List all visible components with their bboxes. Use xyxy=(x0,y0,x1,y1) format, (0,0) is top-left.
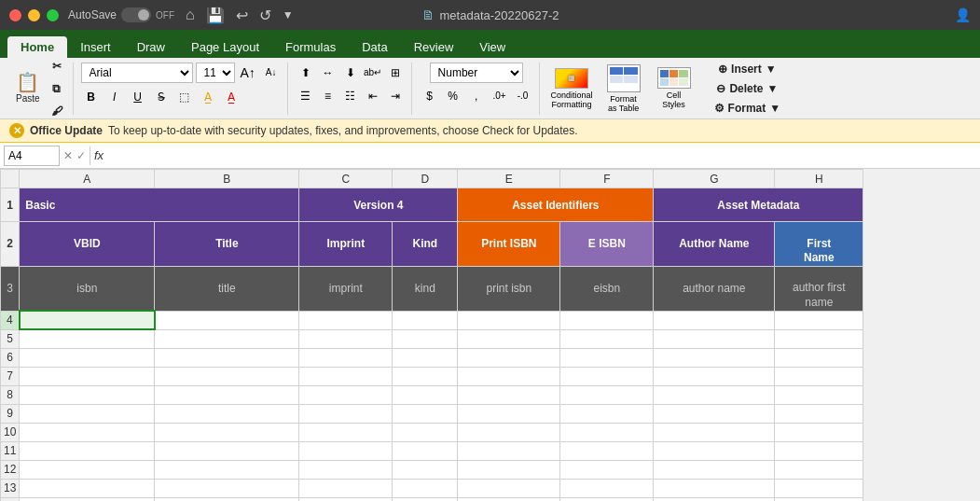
grid-wrapper[interactable]: A B C D E F G H 1 Basic xyxy=(0,169,980,501)
dec-dec-button[interactable]: -.0 xyxy=(513,86,533,106)
cell-author-code[interactable]: author name xyxy=(654,266,775,311)
increase-indent-button[interactable]: ⇥ xyxy=(385,86,406,106)
col-header-h[interactable]: H xyxy=(775,170,863,188)
cell-asset-metadata[interactable]: Asset Metadata xyxy=(654,188,863,222)
merge-button[interactable]: ⊞ xyxy=(385,63,406,83)
cell-author-label[interactable]: Author Name xyxy=(654,222,775,267)
tab-formulas[interactable]: Formulas xyxy=(272,36,349,58)
bold-button[interactable]: B xyxy=(81,87,102,107)
number-format-select[interactable]: Number xyxy=(430,63,523,83)
undo-icon[interactable]: ↩ xyxy=(236,7,248,24)
insert-ribbon-button[interactable]: ⊕ Insert ▼ xyxy=(714,61,780,77)
tab-view[interactable]: View xyxy=(466,36,518,58)
cell-kind-code[interactable]: kind xyxy=(393,266,458,311)
col-header-a[interactable]: A xyxy=(20,170,155,188)
percent-button[interactable]: % xyxy=(443,86,463,106)
cell-imprint-code[interactable]: imprint xyxy=(299,266,393,311)
cell-f4[interactable] xyxy=(560,311,654,329)
cell-title-code[interactable]: title xyxy=(155,266,299,311)
cell-h4[interactable] xyxy=(775,311,863,329)
tab-data[interactable]: Data xyxy=(349,36,400,58)
cut-button[interactable]: ✂ xyxy=(47,56,67,77)
delete-ribbon-button[interactable]: ⊖ Delete ▼ xyxy=(712,80,781,97)
row-7: 7 xyxy=(1,367,863,385)
decrease-indent-button[interactable]: ⇤ xyxy=(363,86,383,106)
font-size-select[interactable]: 11 xyxy=(196,63,235,83)
cell-print-isbn-code[interactable]: print isbn xyxy=(458,266,560,311)
col-header-f[interactable]: F xyxy=(560,170,654,188)
cell-vbid-label[interactable]: VBID xyxy=(20,222,155,267)
row-num-7: 7 xyxy=(1,367,20,385)
close-button[interactable] xyxy=(9,9,21,21)
cancel-icon[interactable]: ✕ xyxy=(63,149,73,162)
window-controls[interactable] xyxy=(9,9,59,21)
align-top-button[interactable]: ⬆ xyxy=(296,63,316,83)
italic-button[interactable]: I xyxy=(104,87,125,107)
align-left-button[interactable]: ☰ xyxy=(296,86,316,106)
minimize-button[interactable] xyxy=(28,9,40,21)
cell-styles-button[interactable]: CellStyles xyxy=(651,65,697,112)
cell-reference-box[interactable]: A4 xyxy=(4,146,60,166)
dec-inc-button[interactable]: .0+ xyxy=(490,86,510,106)
col-header-e[interactable]: E xyxy=(458,170,560,188)
format-ribbon-button[interactable]: ⚙ Format ▼ xyxy=(711,100,785,117)
cell-c4[interactable] xyxy=(299,311,393,329)
font-grow-button[interactable]: A↑ xyxy=(238,63,258,83)
cell-print-isbn-label[interactable]: Print ISBN xyxy=(458,222,560,267)
cell-b4[interactable] xyxy=(155,311,299,329)
confirm-icon[interactable]: ✓ xyxy=(76,149,86,162)
cell-d4[interactable] xyxy=(393,311,458,329)
align-middle-button[interactable]: ↔ xyxy=(318,63,338,83)
col-header-b[interactable]: B xyxy=(155,170,299,188)
format-painter-button[interactable]: 🖌 xyxy=(47,101,67,121)
col-header-g[interactable]: G xyxy=(654,170,775,188)
user-icon[interactable]: 👤 xyxy=(955,7,971,22)
cell-title-label[interactable]: Title xyxy=(155,222,299,267)
save-icon[interactable]: 💾 xyxy=(206,7,225,24)
tab-insert[interactable]: Insert xyxy=(67,36,124,58)
align-right-button[interactable]: ☷ xyxy=(340,86,361,106)
border-button[interactable]: ⬚ xyxy=(174,87,195,107)
more-icon[interactable]: ▼ xyxy=(283,8,294,21)
cell-firstname-label[interactable]: First Name xyxy=(775,222,863,267)
maximize-button[interactable] xyxy=(47,9,59,21)
home-icon[interactable]: ⌂ xyxy=(186,7,195,23)
comma-button[interactable]: , xyxy=(466,86,487,106)
autosave-toggle[interactable] xyxy=(121,7,151,22)
cell-eisbn-label[interactable]: E ISBN xyxy=(560,222,654,267)
cell-asset-identifiers[interactable]: Asset Identifiers xyxy=(458,188,654,222)
align-bottom-button[interactable]: ⬇ xyxy=(340,63,361,83)
format-as-table-button[interactable]: Formatas Table xyxy=(600,65,647,112)
col-header-d[interactable]: D xyxy=(393,170,458,188)
cell-a4[interactable] xyxy=(20,311,155,329)
cell-isbn-code[interactable]: isbn xyxy=(20,266,155,311)
tab-review[interactable]: Review xyxy=(401,36,467,58)
cell-eisbn-code[interactable]: eisbn xyxy=(560,266,654,311)
cell-kind-label[interactable]: Kind xyxy=(393,222,458,267)
underline-button[interactable]: U xyxy=(128,87,148,107)
redo-icon[interactable]: ↺ xyxy=(259,7,271,24)
conditional-formatting-button[interactable]: ▦ ConditionalFormatting xyxy=(547,65,597,112)
tab-page-layout[interactable]: Page Layout xyxy=(178,36,272,58)
copy-button[interactable]: ⧉ xyxy=(47,78,67,99)
cell-e4[interactable] xyxy=(458,311,560,329)
cell-basic[interactable]: Basic xyxy=(20,188,299,222)
formula-input[interactable] xyxy=(113,149,976,162)
strikethrough-button[interactable]: S̶ xyxy=(151,87,172,107)
font-name-select[interactable]: Arial xyxy=(81,63,193,83)
dollar-button[interactable]: $ xyxy=(420,86,440,106)
cell-firstname-code[interactable]: author first name xyxy=(775,266,863,311)
cell-a5[interactable] xyxy=(20,329,155,348)
paste-button[interactable]: 📋 Paste xyxy=(11,66,45,111)
cell-version[interactable]: Version 4 xyxy=(299,188,458,222)
col-header-c[interactable]: C xyxy=(299,170,393,188)
cell-g4[interactable] xyxy=(654,311,775,329)
number-format-row: Number xyxy=(430,63,523,83)
wrap-text-button[interactable]: ab↵ xyxy=(363,63,383,83)
cell-imprint-label[interactable]: Imprint xyxy=(299,222,393,267)
font-color-button[interactable]: A̲ xyxy=(221,87,242,107)
fill-color-button[interactable]: A̲ xyxy=(198,87,218,107)
font-shrink-button[interactable]: A↓ xyxy=(261,63,282,83)
tab-draw[interactable]: Draw xyxy=(124,36,178,58)
align-center-button[interactable]: ≡ xyxy=(318,86,338,106)
